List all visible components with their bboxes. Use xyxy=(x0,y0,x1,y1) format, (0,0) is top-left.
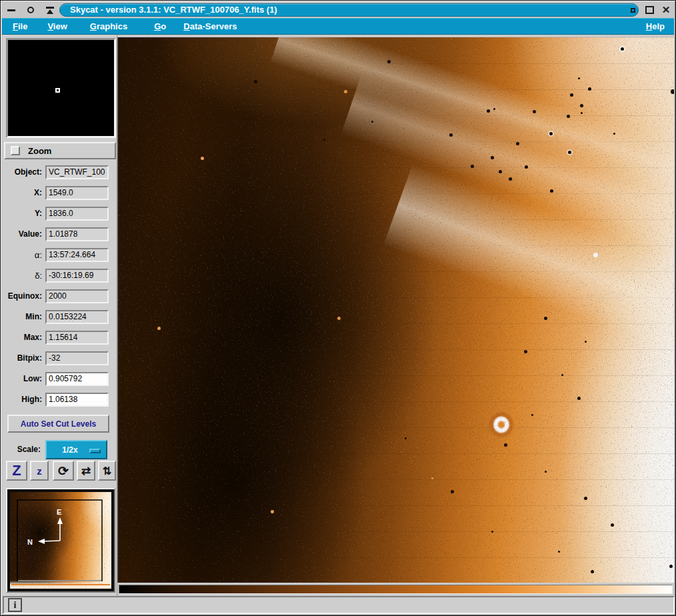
field-value-value: 1.01878 xyxy=(45,227,109,241)
field-value-ra: 13:57:24.664 xyxy=(45,248,109,262)
window-minimize-button[interactable] xyxy=(6,5,17,15)
field-row-dec: δ:-30:16:19.69 xyxy=(1,269,116,283)
info-button[interactable]: i xyxy=(8,598,22,612)
zoom-checkbox[interactable] xyxy=(11,146,20,155)
window-shade-button[interactable] xyxy=(25,5,36,15)
auto-set-cut-levels-button[interactable]: Auto Set Cut Levels xyxy=(7,415,109,433)
compass-east-label: E xyxy=(57,508,61,516)
field-label-bitpix: Bitpix: xyxy=(2,353,42,363)
window-iconify-button[interactable] xyxy=(45,5,55,15)
maximize-icon xyxy=(645,6,654,14)
field-label-equinox: Equinox: xyxy=(2,291,42,301)
flip-x-button[interactable]: ⇄ xyxy=(77,461,95,481)
iconify-icon xyxy=(46,7,54,14)
field-value-dec: -30:16:19.69 xyxy=(45,269,109,283)
field-label-ra: α: xyxy=(2,250,42,260)
menu-graphics[interactable]: Graphics xyxy=(90,21,127,31)
field-value-object: VC_RTWF_100 xyxy=(45,165,109,179)
field-value-high[interactable]: 1.06138 xyxy=(45,393,109,407)
zoom-checkbox-label: Zoom xyxy=(28,146,51,156)
zoom-toggle-row: Zoom xyxy=(4,142,116,159)
field-label-min: Min: xyxy=(2,312,42,321)
colorbar[interactable] xyxy=(119,585,673,594)
noise-overlay xyxy=(118,37,674,583)
field-row-ra: α:13:57:24.664 xyxy=(1,248,116,263)
field-value-bitpix: -32 xyxy=(45,351,109,365)
window-maximize-button[interactable] xyxy=(644,5,655,15)
field-row-equinox: Equinox:2000 xyxy=(1,289,116,304)
field-value-y: 1836.0 xyxy=(45,207,109,221)
field-value-min: 0.0153224 xyxy=(45,310,109,324)
window-restore-button[interactable] xyxy=(627,5,638,15)
window-title: Skycat - version 3.1.1: VC_RTWF_100706_Y… xyxy=(59,3,639,17)
zoom-in-button[interactable]: Z xyxy=(6,461,27,481)
compass-icon xyxy=(38,517,63,544)
field-row-x: X:1549.0 xyxy=(1,186,116,201)
skycat-window: Skycat - version 3.1.1: VC_RTWF_100706_Y… xyxy=(0,0,676,616)
field-row-object: Object:VC_RTWF_100 xyxy=(1,165,116,180)
flip-x-icon: ⇄ xyxy=(81,464,91,478)
field-row-high: High:1.06138 xyxy=(1,393,116,407)
menu-help[interactable]: Help xyxy=(646,21,665,31)
small-square-icon xyxy=(631,8,635,13)
scale-value: 1/2x xyxy=(47,445,93,455)
option-menu-indicator-icon xyxy=(89,449,101,453)
statusbar: i xyxy=(3,596,675,614)
field-label-y: Y: xyxy=(2,209,42,218)
field-value-low[interactable]: 0.905792 xyxy=(45,372,109,386)
field-label-low: Low: xyxy=(2,374,42,383)
minimize-icon xyxy=(7,9,15,11)
flip-y-icon: ⇅ xyxy=(103,465,111,477)
field-label-object: Object: xyxy=(2,167,42,177)
field-value-x: 1549.0 xyxy=(45,186,109,200)
field-value-equinox: 2000 xyxy=(45,289,109,303)
titlebar[interactable]: Skycat - version 3.1.1: VC_RTWF_100706_Y… xyxy=(2,2,674,18)
zoom-preview-window[interactable] xyxy=(6,38,116,138)
field-row-bitpix: Bitpix:-32 xyxy=(1,351,116,366)
field-label-value: Value: xyxy=(2,229,42,239)
field-row-value: Value:1.01878 xyxy=(1,227,116,242)
close-icon: ✕ xyxy=(662,5,671,15)
window-close-button[interactable]: ✕ xyxy=(661,5,671,15)
pan-image: E N xyxy=(10,492,111,589)
rotate-icon: ⟳ xyxy=(58,463,69,479)
menu-view[interactable]: View xyxy=(47,21,67,31)
zoom-out-button[interactable]: z xyxy=(30,461,49,481)
menubar: FileViewGraphicsGoData-Servers Help xyxy=(2,18,674,35)
field-row-y: Y:1836.0 xyxy=(1,207,116,221)
flip-y-button[interactable]: ⇅ xyxy=(98,461,116,481)
field-label-max: Max: xyxy=(2,333,42,342)
zoom-marker xyxy=(55,88,60,93)
scale-label: Scale: xyxy=(7,445,41,454)
rotate-button[interactable]: ⟳ xyxy=(53,461,74,481)
field-value-max: 1.15614 xyxy=(45,331,109,345)
info-icon: i xyxy=(14,600,17,611)
menu-go[interactable]: Go xyxy=(154,21,166,31)
field-row-max: Max:1.15614 xyxy=(1,331,116,345)
menu-data-servers[interactable]: Data-Servers xyxy=(183,21,237,31)
field-label-x: X: xyxy=(2,188,42,197)
scale-option-menu[interactable]: 1/2x xyxy=(45,440,107,459)
field-label-high: High: xyxy=(2,395,42,404)
pan-overlay: E N xyxy=(10,492,111,589)
compass-north-label: N xyxy=(27,538,33,546)
menu-file[interactable]: File xyxy=(13,21,27,31)
main-image-canvas[interactable] xyxy=(117,37,674,583)
field-label-dec: δ: xyxy=(2,271,42,281)
field-row-min: Min:0.0153224 xyxy=(1,310,116,325)
field-row-low: Low:0.905792 xyxy=(1,372,116,387)
pan-window[interactable]: E N xyxy=(6,488,115,593)
circle-icon xyxy=(27,7,34,13)
